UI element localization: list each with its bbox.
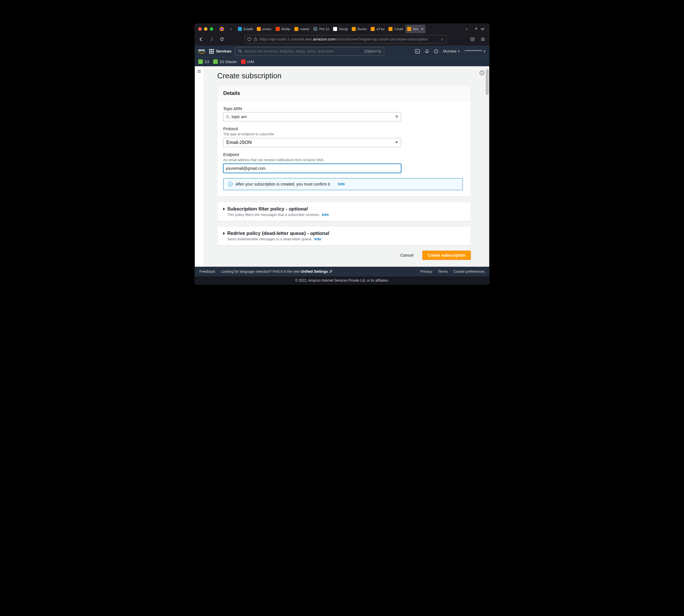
tab-label: The 12 [319,27,329,31]
tab-label: Multip [281,27,290,31]
favorites-item[interactable]: IAM [241,59,254,64]
redrive-policy-panel[interactable]: Redrive policy (dead-letter queue) - opt… [217,226,471,245]
cancel-button[interactable]: Cancel [396,251,419,260]
tab-close-icon[interactable]: ✕ [421,27,424,31]
favorites-item[interactable]: S3 [198,59,209,64]
endpoint-help: An email address that can receive notifi… [223,158,465,162]
browser-tab[interactable]: markd [293,25,311,33]
app-menu-icon[interactable] [479,37,487,42]
aws-favorites-bar: S3S3 GlacierIAM [195,57,489,66]
browser-tab[interactable]: Creati [387,25,405,33]
terms-link[interactable]: Terms [438,269,448,273]
favicon [352,27,356,31]
forward-button[interactable] [208,35,215,43]
notifications-icon[interactable] [425,49,429,53]
tab-label: protoc [262,27,272,31]
svg-point-3 [238,50,241,52]
browser-window: ‹ EnabliprotocMultipmarkdThe 12GooglBuck… [195,24,489,285]
svg-rect-10 [482,72,482,74]
tab-label: Sim [413,27,419,31]
account-menu[interactable]: ************ ▼ [465,49,486,53]
info-link[interactable]: Info [322,213,329,217]
svg-point-11 [227,115,229,117]
region-selector[interactable]: Mumbai ▼ [443,49,460,53]
browser-tab[interactable]: Multip [274,25,292,33]
feedback-link[interactable]: Feedback [199,269,215,273]
url-bar[interactable]: https://ap-south-1.console.aws.amazon.co… [245,35,447,44]
browser-tab[interactable]: Bucke [350,25,368,33]
create-subscription-button[interactable]: Create subscription [422,251,471,260]
zoom-window-button[interactable] [210,27,213,31]
filter-policy-title: Subscription filter policy - optional [227,206,329,212]
filter-policy-help: This policy filters the messages that a … [227,213,320,217]
privacy-link[interactable]: Privacy [421,269,432,273]
main-content: Create subscription Details Topic ARN ✕ [204,66,489,267]
browser-tab[interactable]: s3 bu [369,25,386,33]
favicon [257,27,261,31]
back-button[interactable] [197,35,205,43]
favicon [388,27,392,31]
favorites-label: IAM [247,60,254,64]
favicon [371,27,375,31]
help-panel-toggle-icon[interactable] [479,70,485,76]
aws-logo[interactable]: aws [198,48,206,54]
aws-copyright: © 2022, Amazon Internet Services Private… [195,277,489,285]
endpoint-field: Endpoint An email address that can recei… [223,152,465,173]
side-nav-toggle[interactable] [195,66,204,267]
favicon [407,27,411,31]
service-icon [241,59,245,64]
protocol-select[interactable]: Email-JSON [223,138,401,147]
protocol-field: Protocol The type of endpoint to subscri… [223,127,465,147]
topic-arn-input[interactable] [232,114,395,119]
topic-arn-input-wrap[interactable]: ✕ [223,112,401,121]
expand-caret-icon [223,207,225,211]
tab-label: Bucke [358,27,367,31]
filter-policy-panel[interactable]: Subscription filter policy - optional Th… [217,202,471,221]
services-menu[interactable]: Services [209,49,232,53]
unified-settings-link[interactable]: Unified Settings [301,269,332,273]
browser-tab[interactable]: Googl [332,25,349,33]
new-tab-button[interactable]: + [474,26,478,32]
details-panel: Details Topic ARN ✕ Protocol The type of… [217,85,471,197]
browser-tab[interactable]: Sim✕ [405,25,426,33]
aws-search-input[interactable] [244,49,362,53]
bookmark-star-icon[interactable]: ☆ [441,37,444,42]
page-title: Create subscription [217,71,488,80]
minimize-window-button[interactable] [204,27,208,31]
content-wrap: Create subscription Details Topic ARN ✕ [195,66,489,267]
endpoint-input-wrap[interactable] [223,164,401,173]
tabs-scroll-right[interactable]: › [463,25,470,33]
svg-rect-5 [415,49,420,53]
browser-tab[interactable]: protoc [255,25,273,33]
browser-tab[interactable]: Enabli [236,25,255,33]
svg-point-1 [221,27,223,30]
browser-tab[interactable]: The 12 [312,25,331,33]
endpoint-input[interactable] [226,166,399,171]
scrollbar-thumb[interactable] [486,69,489,95]
tabs-scroll-left[interactable]: ‹ [228,25,234,33]
reload-button[interactable] [218,35,226,43]
pocket-icon[interactable] [469,37,476,42]
info-link[interactable]: Info [315,237,321,241]
info-link[interactable]: Info [338,182,345,186]
shield-icon [247,37,251,41]
details-header: Details [217,86,471,101]
close-window-button[interactable] [198,27,202,31]
cookie-preferences-link[interactable]: Cookie preferences [454,269,485,273]
list-all-tabs-button[interactable] [480,26,485,31]
clear-icon[interactable]: ✕ [395,114,399,119]
favicon [238,27,242,31]
help-icon[interactable]: ? [434,49,439,53]
aws-search[interactable]: [Option+S] [235,47,384,56]
tab-label: Googl [339,27,348,31]
svg-text:?: ? [435,50,437,53]
topic-arn-label: Topic ARN [223,106,465,111]
confirm-alert: i After your subscription is created, yo… [223,178,463,190]
aws-footer: Feedback Looking for language selection?… [195,267,489,277]
favorites-item[interactable]: S3 Glacier [213,59,237,64]
cloudshell-icon[interactable] [415,49,420,54]
tab-label: markd [300,27,309,31]
lock-icon [254,37,257,42]
search-icon [226,114,230,119]
scrollbar[interactable] [485,66,489,267]
